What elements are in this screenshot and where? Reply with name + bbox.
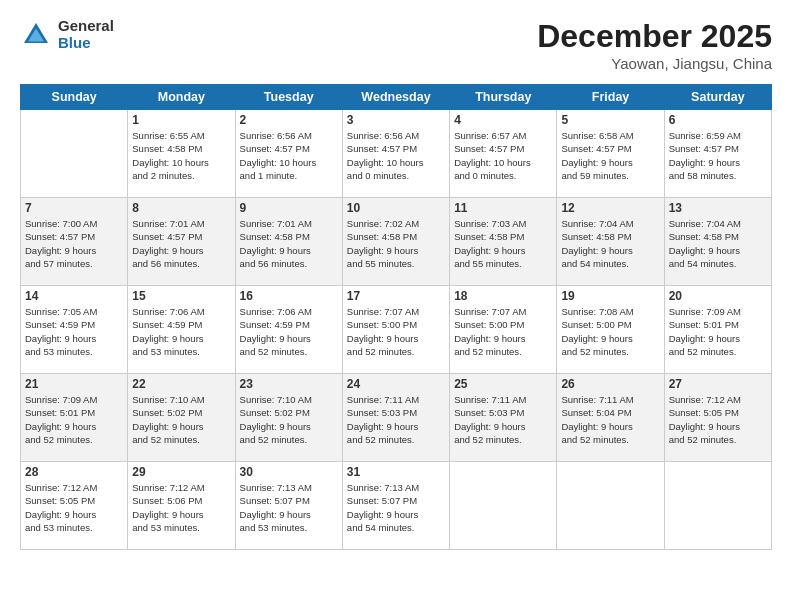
day-info: Sunrise: 7:04 AM Sunset: 4:58 PM Dayligh… bbox=[669, 217, 767, 270]
day-number: 10 bbox=[347, 201, 445, 215]
table-row: 31Sunrise: 7:13 AM Sunset: 5:07 PM Dayli… bbox=[342, 462, 449, 550]
table-row: 16Sunrise: 7:06 AM Sunset: 4:59 PM Dayli… bbox=[235, 286, 342, 374]
table-row bbox=[664, 462, 771, 550]
day-info: Sunrise: 7:03 AM Sunset: 4:58 PM Dayligh… bbox=[454, 217, 552, 270]
col-header-tuesday: Tuesday bbox=[235, 85, 342, 110]
table-row: 25Sunrise: 7:11 AM Sunset: 5:03 PM Dayli… bbox=[450, 374, 557, 462]
table-row: 15Sunrise: 7:06 AM Sunset: 4:59 PM Dayli… bbox=[128, 286, 235, 374]
calendar-week-row: 21Sunrise: 7:09 AM Sunset: 5:01 PM Dayli… bbox=[21, 374, 772, 462]
calendar-table: Sunday Monday Tuesday Wednesday Thursday… bbox=[20, 84, 772, 550]
day-info: Sunrise: 6:57 AM Sunset: 4:57 PM Dayligh… bbox=[454, 129, 552, 182]
day-number: 9 bbox=[240, 201, 338, 215]
calendar-week-row: 28Sunrise: 7:12 AM Sunset: 5:05 PM Dayli… bbox=[21, 462, 772, 550]
day-number: 27 bbox=[669, 377, 767, 391]
table-row: 9Sunrise: 7:01 AM Sunset: 4:58 PM Daylig… bbox=[235, 198, 342, 286]
day-number: 25 bbox=[454, 377, 552, 391]
day-number: 29 bbox=[132, 465, 230, 479]
header: General Blue December 2025 Yaowan, Jiang… bbox=[20, 18, 772, 72]
table-row: 26Sunrise: 7:11 AM Sunset: 5:04 PM Dayli… bbox=[557, 374, 664, 462]
day-info: Sunrise: 6:55 AM Sunset: 4:58 PM Dayligh… bbox=[132, 129, 230, 182]
col-header-wednesday: Wednesday bbox=[342, 85, 449, 110]
table-row: 24Sunrise: 7:11 AM Sunset: 5:03 PM Dayli… bbox=[342, 374, 449, 462]
day-number: 4 bbox=[454, 113, 552, 127]
day-info: Sunrise: 7:11 AM Sunset: 5:04 PM Dayligh… bbox=[561, 393, 659, 446]
calendar-week-row: 7Sunrise: 7:00 AM Sunset: 4:57 PM Daylig… bbox=[21, 198, 772, 286]
day-info: Sunrise: 7:01 AM Sunset: 4:58 PM Dayligh… bbox=[240, 217, 338, 270]
day-number: 12 bbox=[561, 201, 659, 215]
table-row: 7Sunrise: 7:00 AM Sunset: 4:57 PM Daylig… bbox=[21, 198, 128, 286]
table-row bbox=[450, 462, 557, 550]
table-row: 29Sunrise: 7:12 AM Sunset: 5:06 PM Dayli… bbox=[128, 462, 235, 550]
day-info: Sunrise: 6:58 AM Sunset: 4:57 PM Dayligh… bbox=[561, 129, 659, 182]
day-info: Sunrise: 7:09 AM Sunset: 5:01 PM Dayligh… bbox=[25, 393, 123, 446]
day-number: 23 bbox=[240, 377, 338, 391]
day-info: Sunrise: 7:01 AM Sunset: 4:57 PM Dayligh… bbox=[132, 217, 230, 270]
day-info: Sunrise: 7:13 AM Sunset: 5:07 PM Dayligh… bbox=[240, 481, 338, 534]
day-info: Sunrise: 7:09 AM Sunset: 5:01 PM Dayligh… bbox=[669, 305, 767, 358]
day-number: 11 bbox=[454, 201, 552, 215]
table-row: 27Sunrise: 7:12 AM Sunset: 5:05 PM Dayli… bbox=[664, 374, 771, 462]
day-number: 1 bbox=[132, 113, 230, 127]
table-row: 23Sunrise: 7:10 AM Sunset: 5:02 PM Dayli… bbox=[235, 374, 342, 462]
logo-general: General bbox=[58, 18, 114, 35]
day-info: Sunrise: 7:02 AM Sunset: 4:58 PM Dayligh… bbox=[347, 217, 445, 270]
table-row: 22Sunrise: 7:10 AM Sunset: 5:02 PM Dayli… bbox=[128, 374, 235, 462]
table-row bbox=[21, 110, 128, 198]
day-number: 16 bbox=[240, 289, 338, 303]
day-info: Sunrise: 7:13 AM Sunset: 5:07 PM Dayligh… bbox=[347, 481, 445, 534]
day-number: 5 bbox=[561, 113, 659, 127]
col-header-saturday: Saturday bbox=[664, 85, 771, 110]
table-row: 11Sunrise: 7:03 AM Sunset: 4:58 PM Dayli… bbox=[450, 198, 557, 286]
table-row: 18Sunrise: 7:07 AM Sunset: 5:00 PM Dayli… bbox=[450, 286, 557, 374]
table-row: 12Sunrise: 7:04 AM Sunset: 4:58 PM Dayli… bbox=[557, 198, 664, 286]
col-header-monday: Monday bbox=[128, 85, 235, 110]
day-number: 13 bbox=[669, 201, 767, 215]
table-row: 10Sunrise: 7:02 AM Sunset: 4:58 PM Dayli… bbox=[342, 198, 449, 286]
table-row: 21Sunrise: 7:09 AM Sunset: 5:01 PM Dayli… bbox=[21, 374, 128, 462]
table-row: 6Sunrise: 6:59 AM Sunset: 4:57 PM Daylig… bbox=[664, 110, 771, 198]
day-info: Sunrise: 7:04 AM Sunset: 4:58 PM Dayligh… bbox=[561, 217, 659, 270]
table-row: 5Sunrise: 6:58 AM Sunset: 4:57 PM Daylig… bbox=[557, 110, 664, 198]
table-row: 20Sunrise: 7:09 AM Sunset: 5:01 PM Dayli… bbox=[664, 286, 771, 374]
day-info: Sunrise: 7:11 AM Sunset: 5:03 PM Dayligh… bbox=[347, 393, 445, 446]
table-row bbox=[557, 462, 664, 550]
day-info: Sunrise: 7:00 AM Sunset: 4:57 PM Dayligh… bbox=[25, 217, 123, 270]
day-number: 15 bbox=[132, 289, 230, 303]
day-info: Sunrise: 7:12 AM Sunset: 5:05 PM Dayligh… bbox=[25, 481, 123, 534]
day-number: 6 bbox=[669, 113, 767, 127]
day-info: Sunrise: 6:59 AM Sunset: 4:57 PM Dayligh… bbox=[669, 129, 767, 182]
calendar-title: December 2025 bbox=[537, 18, 772, 55]
table-row: 14Sunrise: 7:05 AM Sunset: 4:59 PM Dayli… bbox=[21, 286, 128, 374]
table-row: 13Sunrise: 7:04 AM Sunset: 4:58 PM Dayli… bbox=[664, 198, 771, 286]
col-header-thursday: Thursday bbox=[450, 85, 557, 110]
calendar-subtitle: Yaowan, Jiangsu, China bbox=[537, 55, 772, 72]
day-number: 31 bbox=[347, 465, 445, 479]
day-info: Sunrise: 6:56 AM Sunset: 4:57 PM Dayligh… bbox=[240, 129, 338, 182]
day-number: 26 bbox=[561, 377, 659, 391]
calendar-week-row: 1Sunrise: 6:55 AM Sunset: 4:58 PM Daylig… bbox=[21, 110, 772, 198]
day-info: Sunrise: 7:08 AM Sunset: 5:00 PM Dayligh… bbox=[561, 305, 659, 358]
title-block: December 2025 Yaowan, Jiangsu, China bbox=[537, 18, 772, 72]
logo-blue: Blue bbox=[58, 35, 114, 52]
calendar-week-row: 14Sunrise: 7:05 AM Sunset: 4:59 PM Dayli… bbox=[21, 286, 772, 374]
table-row: 1Sunrise: 6:55 AM Sunset: 4:58 PM Daylig… bbox=[128, 110, 235, 198]
page: General Blue December 2025 Yaowan, Jiang… bbox=[0, 0, 792, 612]
logo-icon bbox=[20, 19, 52, 51]
day-number: 21 bbox=[25, 377, 123, 391]
col-header-friday: Friday bbox=[557, 85, 664, 110]
day-info: Sunrise: 7:12 AM Sunset: 5:05 PM Dayligh… bbox=[669, 393, 767, 446]
day-number: 24 bbox=[347, 377, 445, 391]
logo-text: General Blue bbox=[58, 18, 114, 51]
table-row: 28Sunrise: 7:12 AM Sunset: 5:05 PM Dayli… bbox=[21, 462, 128, 550]
day-info: Sunrise: 7:11 AM Sunset: 5:03 PM Dayligh… bbox=[454, 393, 552, 446]
day-number: 28 bbox=[25, 465, 123, 479]
day-number: 20 bbox=[669, 289, 767, 303]
table-row: 2Sunrise: 6:56 AM Sunset: 4:57 PM Daylig… bbox=[235, 110, 342, 198]
day-info: Sunrise: 7:06 AM Sunset: 4:59 PM Dayligh… bbox=[132, 305, 230, 358]
day-number: 22 bbox=[132, 377, 230, 391]
table-row: 4Sunrise: 6:57 AM Sunset: 4:57 PM Daylig… bbox=[450, 110, 557, 198]
table-row: 8Sunrise: 7:01 AM Sunset: 4:57 PM Daylig… bbox=[128, 198, 235, 286]
table-row: 17Sunrise: 7:07 AM Sunset: 5:00 PM Dayli… bbox=[342, 286, 449, 374]
day-number: 19 bbox=[561, 289, 659, 303]
day-info: Sunrise: 7:10 AM Sunset: 5:02 PM Dayligh… bbox=[240, 393, 338, 446]
